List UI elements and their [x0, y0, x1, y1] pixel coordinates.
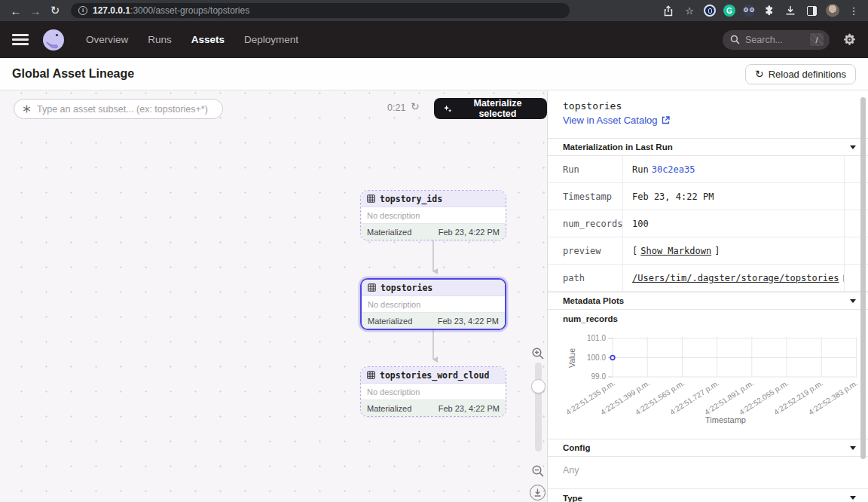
- share-icon[interactable]: [662, 4, 675, 17]
- asset-selector-icon: [22, 104, 32, 114]
- external-link-icon: [662, 116, 670, 124]
- app-navbar: Overview Runs Assets Deployment Search..…: [0, 21, 868, 58]
- table-row-run: Run Run 30c2ea35: [548, 156, 868, 183]
- panel-scrollbar-thumb[interactable]: [860, 97, 866, 459]
- url-text: 127.0.0.1:3000/asset-groups/topstories: [93, 5, 249, 16]
- site-info-icon[interactable]: i: [78, 6, 87, 15]
- reading-list-icon[interactable]: [805, 4, 818, 17]
- asset-status: Materialized: [367, 404, 411, 413]
- browser-reload-icon[interactable]: ↻: [47, 2, 63, 19]
- browser-toolbar: ← → ↻ i 127.0.0.1:3000/asset-groups/tops…: [0, 0, 868, 21]
- search-icon: [730, 35, 740, 44]
- asset-node-topstories-word-cloud[interactable]: topstories_word_cloud No description Mat…: [360, 366, 506, 417]
- table-row-preview: preview [Show Markdown]: [548, 237, 868, 265]
- y-axis-label: Value: [567, 348, 576, 368]
- nav-item-runs[interactable]: Runs: [148, 34, 172, 45]
- data-point[interactable]: [610, 356, 615, 360]
- zoom-slider-track[interactable]: [535, 363, 542, 451]
- table-row-num-records: num_records 100: [548, 210, 868, 237]
- y-tick: 99.0: [591, 372, 607, 381]
- page-title: Global Asset Lineage: [12, 67, 134, 81]
- section-type[interactable]: Type: [548, 488, 868, 502]
- asset-timestamp: Feb 23, 4:22 PM: [438, 317, 499, 326]
- asset-status-row: Materialized Feb 23, 4:22 PM: [361, 223, 506, 240]
- materialize-sparkle-icon: [443, 104, 452, 114]
- zoom-out-icon[interactable]: [531, 464, 545, 478]
- asset-graph-canvas[interactable]: 0:21 ↻ Materialize selected topstory_ids…: [0, 90, 547, 502]
- nav-item-deployment[interactable]: Deployment: [244, 34, 298, 45]
- asset-description: No description: [361, 384, 506, 399]
- address-bar[interactable]: i 127.0.0.1:3000/asset-groups/topstories: [71, 3, 570, 18]
- browser-forward-icon[interactable]: →: [27, 2, 44, 19]
- section-config[interactable]: Config: [548, 439, 868, 457]
- table-icon: [368, 283, 376, 292]
- asset-description: No description: [362, 296, 505, 312]
- table-icon: [367, 194, 375, 203]
- reload-definitions-button[interactable]: ↻ Reload definitions: [745, 64, 856, 84]
- asset-timestamp: Feb 23, 4:22 PM: [439, 228, 500, 237]
- materialize-selected-button[interactable]: Materialize selected: [434, 98, 547, 119]
- asset-detail-panel: topstories View in Asset Catalog Materia…: [547, 90, 868, 502]
- asset-node-topstories[interactable]: topstories No description Materialized F…: [360, 278, 506, 330]
- hamburger-menu-icon[interactable]: [12, 32, 29, 47]
- refresh-timer: 0:21: [387, 103, 405, 113]
- grammarly-extension-icon[interactable]: G: [723, 5, 735, 17]
- asset-timestamp: Feb 23, 4:22 PM: [439, 404, 500, 413]
- view-in-asset-catalog-link[interactable]: View in Asset Catalog: [563, 115, 670, 126]
- caret-down-icon: [850, 145, 856, 149]
- plot-metric-label: num_records: [563, 314, 618, 323]
- search-placeholder: Search...: [745, 35, 805, 45]
- goggles-extension-icon[interactable]: [743, 5, 755, 17]
- asset-filter-input-wrap: [14, 99, 223, 119]
- nav-item-assets[interactable]: Assets: [191, 34, 225, 45]
- table-row-timestamp: Timestamp Feb 23, 4:22 PM: [548, 183, 868, 210]
- browser-menu-icon[interactable]: ⋮: [847, 4, 860, 17]
- section-metadata-plots[interactable]: Metadata Plots: [548, 292, 868, 310]
- search-shortcut-badge: /: [810, 33, 824, 46]
- reload-icon: ↻: [755, 68, 764, 80]
- downloads-icon[interactable]: [784, 4, 797, 17]
- page-header: Global Asset Lineage ↻ Reload definition…: [0, 58, 868, 90]
- asset-status: Materialized: [367, 228, 411, 237]
- caret-down-icon: [850, 496, 856, 500]
- section-materialization-last-run[interactable]: Materialization in Last Run: [548, 138, 868, 156]
- graph-refresh-icon[interactable]: ↻: [411, 100, 420, 112]
- fit-view-button[interactable]: [530, 485, 546, 500]
- num-records-chart: 101.0 100.0 99.0 Value 4:22:51.235 p.m. …: [548, 327, 861, 437]
- global-search-input[interactable]: Search... /: [723, 30, 830, 50]
- run-id-link[interactable]: 30c2ea35: [652, 164, 695, 175]
- x-axis-label: Timestamp: [705, 415, 746, 424]
- caret-down-icon: [850, 446, 856, 450]
- asset-name: topstories: [381, 283, 432, 293]
- asset-description: No description: [361, 207, 506, 223]
- dagster-logo[interactable]: [42, 29, 65, 51]
- asset-node-topstory-ids[interactable]: topstory_ids No description Materialized…: [360, 190, 506, 240]
- asset-filter-input[interactable]: [37, 104, 215, 115]
- config-value: Any: [563, 465, 579, 476]
- zoom-slider-handle[interactable]: [531, 379, 546, 393]
- zoom-in-icon[interactable]: [531, 347, 545, 360]
- bookmark-star-icon[interactable]: ☆: [683, 4, 696, 17]
- path-link[interactable]: /Users/tim/.dagster/storage/topstories: [632, 273, 839, 283]
- asset-name: topstories_word_cloud: [380, 370, 489, 381]
- y-tick: 100.0: [587, 354, 606, 362]
- panel-scrollbar[interactable]: [860, 90, 866, 502]
- settings-gear-icon[interactable]: [843, 33, 856, 46]
- table-icon: [367, 371, 375, 379]
- asset-status-row: Materialized Feb 23, 4:22 PM: [362, 312, 505, 329]
- materialization-metadata-table: Run Run 30c2ea35 Timestamp Feb 23, 4:22 …: [548, 156, 868, 292]
- y-tick: 101.0: [587, 334, 606, 342]
- asset-status: Materialized: [368, 317, 412, 326]
- browser-profile-avatar[interactable]: [826, 4, 839, 17]
- browser-back-icon[interactable]: ←: [8, 2, 24, 19]
- extensions-puzzle-icon[interactable]: [763, 4, 776, 17]
- panel-asset-title: topstories: [563, 100, 622, 112]
- password-extension-icon[interactable]: [704, 5, 716, 17]
- asset-name: topstory_ids: [380, 194, 442, 204]
- nav-item-overview[interactable]: Overview: [86, 34, 128, 45]
- asset-status-row: Materialized Feb 23, 4:22 PM: [361, 399, 506, 416]
- table-row-path: path /Users/tim/.dagster/storage/topstor…: [548, 265, 868, 292]
- caret-down-icon: [850, 299, 856, 303]
- primary-nav: Overview Runs Assets Deployment: [86, 34, 298, 45]
- show-markdown-link[interactable]: Show Markdown: [640, 246, 711, 256]
